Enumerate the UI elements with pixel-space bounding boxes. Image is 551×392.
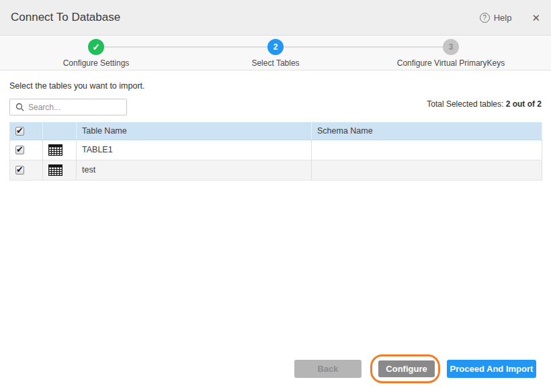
dialog-titlebar: Connect To Database ? Help ✕	[0, 0, 551, 36]
cell-schema-name	[312, 140, 542, 160]
step-2-active-indicator[interactable]: 2	[267, 39, 284, 55]
selection-summary: Total Selected tables: 2 out of 2	[427, 99, 542, 109]
table-row: ✔ TABLE1	[10, 140, 542, 160]
page-title: Connect To Database	[11, 11, 480, 24]
cell-table-name: test	[77, 160, 312, 180]
table-grid-icon	[48, 164, 62, 176]
table-row: ✔ test	[10, 160, 542, 180]
close-icon[interactable]: ✕	[532, 13, 540, 23]
step-1-completed-icon[interactable]: ✓	[88, 39, 104, 55]
cell-table-name: TABLE1	[77, 140, 312, 160]
stepper-connector-1	[105, 46, 267, 48]
wizard-stepper: ✓ 2 3 Configure Settings Select Tables C…	[0, 36, 551, 70]
table-icon-column-header	[43, 122, 77, 140]
stepper-connector-2	[284, 46, 443, 48]
back-button[interactable]: Back	[294, 360, 362, 378]
column-header-table-name: Table Name	[77, 122, 312, 140]
help-button[interactable]: ? Help	[480, 13, 512, 23]
selection-summary-label: Total Selected tables:	[427, 99, 505, 109]
tables-grid: ✔ Table Name Schema Name ✔	[9, 122, 542, 181]
select-all-checkbox[interactable]: ✔	[15, 127, 24, 136]
row-checkbox-table1[interactable]: ✔	[15, 146, 24, 154]
search-icon	[15, 103, 24, 111]
checkmark-icon: ✔	[16, 126, 24, 136]
step-3-label: Configure Virtual PrimaryKeys	[397, 58, 505, 68]
search-box[interactable]	[9, 99, 127, 115]
configure-button[interactable]: Configure	[378, 360, 435, 377]
help-label: Help	[494, 13, 512, 23]
cell-schema-name	[312, 160, 542, 180]
selection-summary-value: 2 out of 2	[506, 99, 542, 109]
search-input[interactable]	[28, 103, 121, 112]
column-header-schema-name: Schema Name	[312, 122, 542, 140]
step-1-label: Configure Settings	[63, 58, 130, 68]
step-3-pending-indicator[interactable]: 3	[443, 39, 459, 55]
help-icon: ?	[480, 13, 490, 23]
proceed-and-import-button[interactable]: Proceed And Import	[447, 360, 536, 378]
row-checkbox-test[interactable]: ✔	[15, 166, 24, 175]
checkmark-icon: ✔	[16, 144, 24, 155]
table-header-row: ✔ Table Name Schema Name	[10, 122, 542, 140]
checkmark-icon: ✔	[16, 164, 24, 175]
table-grid-icon	[48, 144, 62, 156]
instruction-text: Select the tables you want to import.	[9, 81, 145, 91]
step-2-label: Select Tables	[251, 58, 299, 68]
